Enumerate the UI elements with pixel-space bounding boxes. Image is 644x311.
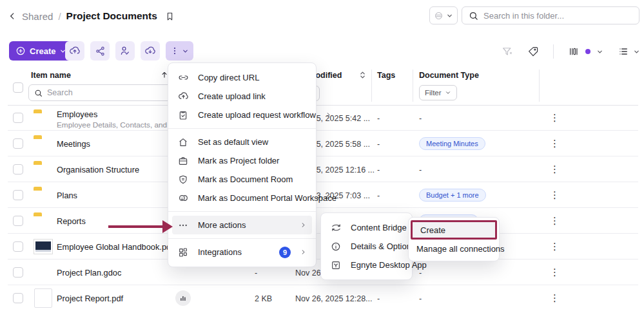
sort-toggle-icon[interactable]: [358, 70, 367, 80]
row-menu-kebab-icon[interactable]: ⋮: [550, 292, 560, 304]
row-checkbox[interactable]: [13, 267, 23, 278]
list-view-selector[interactable]: [618, 46, 640, 57]
submenu-item-create[interactable]: Create: [411, 220, 497, 240]
pdf-thumbnail-icon: [34, 239, 53, 254]
item-tags: -: [377, 165, 380, 174]
breadcrumb: Shared / Project Documents: [8, 8, 175, 24]
item-name-filter-input[interactable]: [47, 88, 167, 97]
menu-item-more-actions[interactable]: More actions: [172, 216, 312, 234]
submenu-item-label: Create: [420, 225, 487, 235]
menu-item-label: Create upload link: [198, 91, 307, 101]
doc-type-filter-chip[interactable]: Filter: [419, 85, 457, 100]
row-checkbox[interactable]: [13, 216, 23, 226]
table-row[interactable]: Organisation Structure Nov 25, 2025 12:1…: [0, 156, 644, 182]
back-chevron-icon[interactable]: [8, 12, 17, 21]
row-checkbox[interactable]: [13, 190, 23, 200]
chevron-down-icon: [445, 90, 451, 96]
menu-item-integrations[interactable]: Integrations 9: [168, 243, 316, 261]
search-icon: [469, 11, 478, 21]
faces-icon: [177, 193, 189, 203]
row-checkbox[interactable]: [13, 293, 23, 303]
table-row[interactable]: Project Report.pdf 2 KB Nov 26, 2025 12:…: [0, 285, 644, 311]
menu-item-mark-document-room[interactable]: Mark as Document Room: [168, 170, 316, 189]
dots-icon: [177, 220, 189, 231]
column-header-tags[interactable]: Tags: [377, 71, 395, 80]
item-doc-type: -: [419, 114, 422, 123]
select-all-checkbox[interactable]: [13, 82, 23, 93]
column-header-item-name[interactable]: Item name: [31, 71, 71, 80]
row-checkbox[interactable]: [13, 113, 23, 123]
menu-item-label: Integrations: [198, 247, 270, 257]
item-doc-type: -: [419, 165, 422, 174]
submenu-chevron-icon: [300, 249, 307, 256]
item-name-filter: [28, 84, 173, 101]
more-actions-kebab-icon: [170, 46, 179, 56]
annotation-arrow-head-icon: [162, 220, 173, 233]
menu-item-create-upload-request-workflow[interactable]: Create upload request workflow: [168, 106, 316, 124]
desktop-app-icon: [330, 260, 342, 270]
item-name[interactable]: Employee Global Handbook.pdf: [57, 242, 173, 252]
submenu-item-manage-all-connections[interactable]: Manage all connections: [409, 240, 499, 258]
insights-chart-icon[interactable]: [175, 290, 191, 306]
chevron-down-icon: [633, 48, 640, 55]
file-manager-page: Shared / Project Documents Create: [0, 0, 644, 311]
submenu-chevron-icon: [325, 111, 332, 118]
menu-item-copy-direct-url[interactable]: Copy direct URL: [168, 68, 316, 87]
briefcase-icon: [177, 156, 189, 166]
menu-divider: [168, 238, 316, 239]
upload-cloud-icon: [177, 91, 189, 102]
item-name[interactable]: Reports: [57, 216, 86, 226]
submenu-item-content-bridge[interactable]: Content Bridge: [321, 218, 412, 237]
search-scope-selector[interactable]: [429, 6, 458, 24]
submenu-item-label: Details & Options: [351, 241, 415, 251]
folder-more-actions-button[interactable]: [166, 41, 193, 61]
row-menu-kebab-icon[interactable]: ⋮: [550, 215, 560, 227]
menu-item-label: Set as default view: [198, 137, 307, 147]
bookmark-icon[interactable]: [165, 12, 175, 21]
row-menu-kebab-icon[interactable]: ⋮: [550, 267, 560, 278]
column-view-selector[interactable]: [568, 46, 603, 57]
search-icon: [34, 89, 43, 97]
row-checkbox[interactable]: [13, 138, 23, 149]
breadcrumb-parent[interactable]: Shared: [22, 11, 53, 22]
clipboard-check-icon: [177, 110, 189, 120]
item-tags: -: [377, 294, 380, 303]
download-button[interactable]: [141, 41, 160, 61]
menu-item-mark-document-portal-workspace[interactable]: Mark as Document Portal Workspace: [168, 189, 316, 207]
create-button[interactable]: Create: [9, 41, 73, 61]
menu-item-create-upload-link[interactable]: Create upload link: [168, 87, 316, 106]
upload-button[interactable]: [65, 41, 84, 61]
row-menu-kebab-icon[interactable]: ⋮: [550, 189, 560, 201]
item-name[interactable]: Employees: [57, 109, 175, 119]
column-header-doc-type[interactable]: Document Type: [419, 71, 479, 80]
toolbar-divider: [553, 44, 554, 59]
folder-search-input[interactable]: [483, 11, 632, 21]
menu-item-mark-project-folder[interactable]: Mark as Project folder: [168, 151, 316, 170]
tag-icon[interactable]: [527, 46, 539, 57]
submenu-item-egnyte-desktop-app[interactable]: Egnyte Desktop App: [321, 256, 412, 274]
annotation-arrow-shaft: [108, 225, 164, 228]
manage-access-button[interactable]: [115, 41, 135, 61]
row-checkbox[interactable]: [13, 164, 23, 174]
item-name[interactable]: Plans: [57, 191, 77, 200]
table-row[interactable]: Employees Employee Details, Contacts, an…: [0, 105, 644, 131]
item-name[interactable]: Meetings: [57, 139, 90, 149]
share-button[interactable]: [90, 41, 110, 61]
row-menu-kebab-icon[interactable]: ⋮: [550, 241, 560, 252]
item-name[interactable]: Organisation Structure: [57, 165, 139, 174]
menu-item-label: Mark as Document Room: [198, 174, 307, 184]
menu-item-set-default-view[interactable]: Set as default view: [168, 133, 316, 151]
item-name[interactable]: Project Report.pdf: [57, 294, 123, 303]
row-menu-kebab-icon[interactable]: ⋮: [550, 164, 560, 175]
submenu-item-details-options[interactable]: Details & Options: [321, 237, 412, 256]
table-row[interactable]: Meetings Nov 25, 2025 5:58 ... - Meeting…: [0, 131, 644, 156]
item-modified: Nov 26, 2025 12:28...: [295, 294, 373, 303]
row-menu-kebab-icon[interactable]: ⋮: [550, 138, 560, 149]
item-name[interactable]: Project Plan.gdoc: [57, 268, 121, 278]
more-actions-submenu: Content Bridge Details & Options Egnyte …: [320, 212, 413, 280]
submenu-item-label: Manage all connections: [416, 244, 505, 254]
filter-clear-icon[interactable]: [502, 46, 513, 57]
row-menu-kebab-icon[interactable]: ⋮: [550, 112, 560, 124]
row-checkbox[interactable]: [13, 241, 23, 252]
column-divider: [539, 70, 540, 102]
